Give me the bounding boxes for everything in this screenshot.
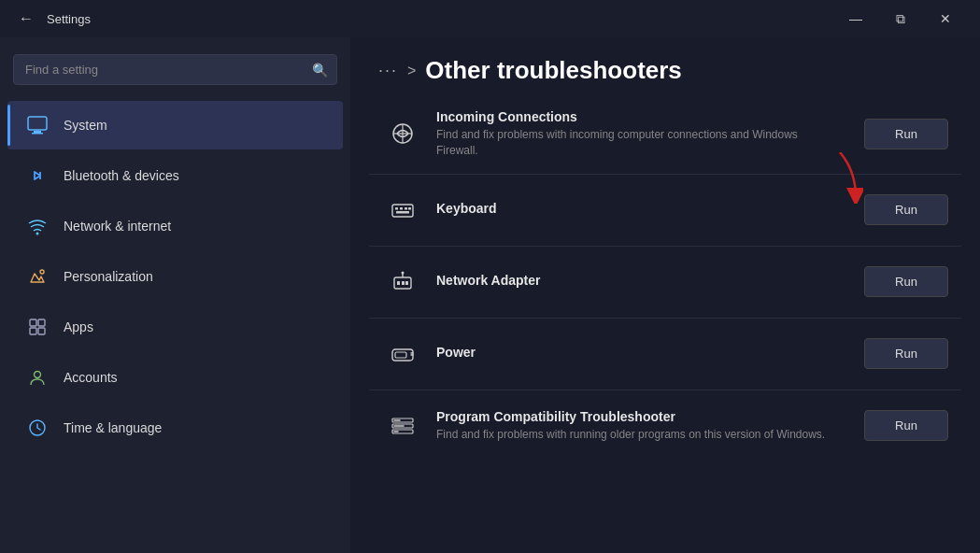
svg-point-4 [40,270,44,274]
back-button[interactable]: ← [13,6,39,32]
svg-rect-26 [405,281,408,285]
content-header: ··· > Other troubleshooters [350,37,980,94]
network-adapter-info: Network Adapter [436,273,864,291]
list-item: Keyboard Run [369,175,961,247]
troubleshooter-list: Incoming Connections Find and fix proble… [350,94,980,461]
sidebar-item-personalization-label: Personalization [64,269,153,284]
svg-rect-6 [38,319,45,326]
system-icon [22,110,52,140]
titlebar: ← Settings — ⧉ ✕ [0,0,980,37]
incoming-connections-name: Incoming Connections [436,109,864,124]
program-compatibility-icon [382,405,423,447]
sidebar-item-apps-label: Apps [64,319,93,334]
svg-rect-19 [396,211,409,214]
sidebar-item-network-label: Network & internet [64,219,171,234]
list-item: Network Adapter Run [369,247,961,319]
svg-rect-7 [30,328,36,334]
sidebar-item-apps[interactable]: Apps [7,303,343,351]
incoming-connections-desc: Find and fix problems with incoming comp… [436,127,829,159]
sidebar-item-personalization[interactable]: Personalization [7,252,343,301]
search-box: 🔍 [13,54,337,85]
svg-rect-24 [397,281,400,285]
accounts-icon [22,362,52,392]
sidebar-item-time[interactable]: Time & language [7,404,343,452]
window-controls: — ⧉ ✕ [834,0,967,37]
content-area: ··· > Other troubleshooters Incoming C [350,37,980,553]
keyboard-info: Keyboard [436,201,864,219]
svg-rect-15 [395,207,398,210]
svg-point-3 [36,233,39,235]
page-title: Other troubleshooters [425,56,681,85]
list-item: Power Run [369,319,961,390]
close-button[interactable]: ✕ [924,0,967,37]
maximize-button[interactable]: ⧉ [879,0,922,37]
svg-point-9 [35,372,41,378]
sidebar-item-system-label: System [64,118,107,133]
sidebar-item-time-label: Time & language [64,420,162,435]
svg-rect-28 [395,352,406,358]
program-compatibility-desc: Find and fix problems with running older… [436,427,829,443]
list-item: Program Compatibility Troubleshooter Fin… [369,390,961,461]
list-item: Incoming Connections Find and fix proble… [369,94,961,175]
network-adapter-run-button[interactable]: Run [864,266,948,297]
bluetooth-icon [22,161,52,191]
main-layout: 🔍 System Bluetooth & devices [0,37,980,553]
svg-rect-25 [402,281,405,285]
apps-icon [22,312,52,342]
sidebar-item-accounts-label: Accounts [64,370,118,385]
incoming-connections-run-button[interactable]: Run [864,119,948,149]
keyboard-icon [382,190,423,231]
search-icon: 🔍 [312,63,328,78]
svg-rect-16 [400,207,403,210]
sidebar-item-bluetooth[interactable]: Bluetooth & devices [7,151,343,200]
network-icon [22,211,52,241]
program-compatibility-info: Program Compatibility Troubleshooter Fin… [436,409,864,443]
svg-rect-17 [405,207,407,210]
sidebar: 🔍 System Bluetooth & devices [0,37,350,553]
sidebar-item-system[interactable]: System [7,101,343,149]
svg-point-23 [402,271,405,274]
sidebar-item-network[interactable]: Network & internet [7,202,343,250]
search-input[interactable] [13,54,337,85]
power-run-button[interactable]: Run [864,338,948,369]
svg-rect-0 [28,117,47,130]
svg-rect-1 [34,131,41,133]
power-name: Power [436,345,864,360]
minimize-button[interactable]: — [834,0,877,37]
power-icon [382,333,423,375]
svg-rect-2 [32,133,43,135]
svg-rect-5 [30,319,36,326]
app-title: Settings [47,12,91,26]
personalization-icon [22,262,52,291]
svg-rect-14 [392,205,413,217]
sidebar-item-accounts[interactable]: Accounts [7,353,343,402]
time-icon [22,413,52,443]
power-info: Power [436,345,864,362]
incoming-connections-icon [382,113,423,154]
network-adapter-name: Network Adapter [436,273,864,288]
keyboard-run-button[interactable]: Run [864,194,948,225]
svg-rect-8 [38,328,45,334]
breadcrumb-arrow: > [407,63,416,79]
incoming-connections-info: Incoming Connections Find and fix proble… [436,109,864,159]
breadcrumb-dots: ··· [378,61,398,80]
svg-rect-18 [408,207,411,210]
program-compatibility-name: Program Compatibility Troubleshooter [436,409,864,424]
sidebar-item-bluetooth-label: Bluetooth & devices [64,168,179,183]
keyboard-name: Keyboard [436,201,864,216]
network-adapter-icon [382,262,423,303]
program-compatibility-run-button[interactable]: Run [864,410,948,441]
